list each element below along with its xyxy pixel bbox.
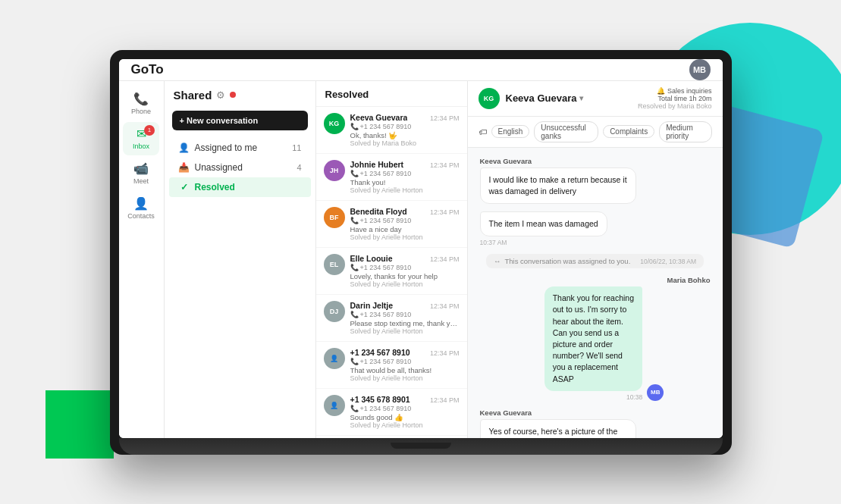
conv-body: Benedita Floyd 12:34 PM 📞 +1 234 567 891… <box>350 207 460 241</box>
conv-preview: Please stop texting me, thank you! <box>350 319 460 327</box>
conv-preview: Sounds good 👍 <box>350 413 460 421</box>
tag-unsuccessful[interactable]: Unsuccessful ganks <box>534 121 598 142</box>
conv-phone: 📞 +1 234 567 8910 <box>350 170 460 177</box>
conv-phone: 📞 +1 234 567 8910 <box>350 264 460 271</box>
message-row: The item I mean was damaged 10:37 AM <box>480 211 607 246</box>
bg-shape-green <box>46 390 114 459</box>
contacts-icon: 👤 <box>133 196 149 211</box>
chat-header: KG Keeva Guevara ▾ 🔔 Sales inquiries <box>468 81 723 117</box>
nav-menu: 👤 Assigned to me 11 📥 Unassigned 4 ✓ <box>165 135 315 200</box>
list-item[interactable]: EL Elle Loouie 12:34 PM 📞 +1 234 567 891… <box>316 248 467 295</box>
conv-preview: Thank you! <box>350 178 460 186</box>
message-row: Keeva Guevara I would like to make a ret… <box>480 157 637 204</box>
conv-time: 12:34 PM <box>430 208 460 216</box>
avatar: DJ <box>324 301 345 322</box>
laptop-notch <box>391 443 451 449</box>
chat-header-left: KG Keeva Guevara ▾ <box>479 88 584 109</box>
list-item[interactable]: 👤 +1 234 567 8910 12:34 PM 📞 +1 234 567 … <box>316 342 467 389</box>
tag-complaints[interactable]: Complaints <box>603 125 654 138</box>
chat-header-right: 🔔 Sales inquiries Total time 1h 20m Reso… <box>638 87 712 110</box>
tag-icon: 🏷 <box>479 127 487 136</box>
phone-icon: 📞 <box>133 92 149 106</box>
list-item[interactable]: 👤 +1 345 678 8901 12:34 PM 📞 +1 234 567 … <box>316 389 467 436</box>
sidebar-item-inbox-label: Inbox <box>133 142 149 150</box>
sidebar-item-phone[interactable]: 📞 Phone <box>123 87 159 121</box>
settings-icon[interactable]: ⚙ <box>216 89 225 101</box>
tag-english[interactable]: English <box>491 125 530 138</box>
conv-time: 12:34 PM <box>430 161 460 169</box>
agent-name: Maria Bohko <box>544 276 711 284</box>
sidebar-item-meet[interactable]: 📹 Meet <box>123 157 159 190</box>
conv-time: 12:34 PM <box>430 302 460 310</box>
nav-menu-item-assigned[interactable]: 👤 Assigned to me 11 <box>169 138 311 158</box>
conv-name: Elle Loouie <box>350 254 393 263</box>
online-dot <box>230 92 236 98</box>
list-item[interactable]: DJ Darin Jeltje 12:34 PM 📞 +1 234 567 89… <box>316 295 467 342</box>
app-header: GoTo MB <box>119 59 723 81</box>
phone-icon-sm: 📞 <box>350 405 359 412</box>
avatar: BF <box>324 207 345 228</box>
conv-time: 12:34 PM <box>430 349 460 357</box>
avatar: 👤 <box>324 395 345 416</box>
tag-priority[interactable]: Medium priority <box>659 121 711 142</box>
message-sender: Keeva Guevara <box>480 157 637 165</box>
list-item[interactable]: JH Johnie Hubert 12:34 PM 📞 +1 234 567 8… <box>316 154 467 201</box>
system-msg-date: 10/06/22, 10:38 AM <box>640 258 696 265</box>
conv-body: +1 234 567 8910 12:34 PM 📞 +1 234 567 89… <box>350 348 460 382</box>
assigned-count: 11 <box>292 143 301 152</box>
sidebar-item-phone-label: Phone <box>131 108 151 115</box>
nav-menu-item-resolved[interactable]: ✓ Resolved <box>169 177 311 197</box>
conv-solved: Solved by Maria Boko <box>350 139 460 147</box>
sidebar-item-contacts-label: Contacts <box>127 212 155 220</box>
message-time: 10:38 <box>544 393 643 401</box>
conv-phone: 📞 +1 234 567 8910 <box>350 405 460 412</box>
conv-phone: 📞 +1 234 567 8910 <box>350 311 460 318</box>
phone-icon-sm: 📞 <box>350 311 359 318</box>
nav-menu-item-unassigned[interactable]: 📥 Unassigned 4 <box>169 158 311 177</box>
avatar: 👤 <box>324 348 345 369</box>
conv-name: Benedita Floyd <box>350 207 407 216</box>
chat-panel: KG Keeva Guevara ▾ 🔔 Sales inquiries <box>468 81 723 438</box>
message-bubble: Yes of course, here's a picture of the i… <box>480 419 637 438</box>
message-row: Keeva Guevara Yes of course, here's a pi… <box>480 409 637 438</box>
conv-phone: 📞 +1 234 567 8910 <box>350 217 460 224</box>
app-container: 📞 Phone 1 ✉ Inbox 📹 Meet 👤 Contacts <box>119 81 723 438</box>
list-item[interactable]: KG Keeva Guevara 12:34 PM 📞 +1 234 567 8… <box>316 107 467 154</box>
inbox-badge: 1 <box>144 125 155 136</box>
sidebar-item-contacts[interactable]: 👤 Contacts <box>123 192 159 225</box>
conv-phone: 📞 +1 234 567 8910 <box>350 358 460 365</box>
unassigned-count: 4 <box>297 163 301 172</box>
unassigned-icon: 📥 <box>178 162 190 173</box>
conv-solved: Solved by Arielle Horton <box>350 374 460 382</box>
content-area: Shared ⚙ + New conversation 👤 Assigned t… <box>165 81 723 438</box>
new-conversation-button[interactable]: + New conversation <box>172 111 308 130</box>
conv-time: 12:34 PM <box>430 114 460 122</box>
conv-body: Johnie Hubert 12:34 PM 📞 +1 234 567 8910… <box>350 160 460 194</box>
message-time: 10:37 AM <box>480 239 607 246</box>
message-bubble: I would like to make a return because it… <box>480 167 637 204</box>
conv-body: +1 345 678 8901 12:34 PM 📞 +1 234 567 89… <box>350 395 460 429</box>
avatar: EL <box>324 254 345 275</box>
system-message: ↔ This conversation was assigned to you.… <box>486 254 704 268</box>
message-agent-row: Thank you for reaching out to us. I'm so… <box>544 286 664 401</box>
agent-avatar: MB <box>647 384 664 401</box>
queue-icon: 🔔 <box>657 87 665 95</box>
list-item[interactable]: BF Benedita Floyd 12:34 PM 📞 +1 234 567 … <box>316 201 467 248</box>
sidebar-item-inbox[interactable]: 1 ✉ Inbox <box>123 122 159 155</box>
avatar: KG <box>324 113 345 134</box>
list-item[interactable]: TG Talita Gaertje 12:34 PM <box>316 436 467 438</box>
conv-phone: 📞 +1 234 567 8910 <box>350 123 460 130</box>
logo-goto-text: GoTo <box>131 62 164 77</box>
chat-meta-queue: 🔔 Sales inquiries <box>638 87 712 95</box>
chat-messages[interactable]: Keeva Guevara I would like to make a ret… <box>468 148 723 438</box>
header-avatar[interactable]: MB <box>689 59 711 80</box>
conv-name: Johnie Hubert <box>350 160 404 169</box>
laptop-base <box>119 438 723 455</box>
panel-header: Shared ⚙ <box>165 81 315 106</box>
conv-time: 12:34 PM <box>430 396 460 404</box>
conv-body: Keeva Guevara 12:34 PM 📞 +1 234 567 8910… <box>350 113 460 147</box>
panel-title: Shared <box>174 89 212 102</box>
conv-preview: Lovely, thanks for your help <box>350 272 460 280</box>
conv-preview: Ok, thanks! 🤟 <box>350 131 460 139</box>
conv-body: Darin Jeltje 12:34 PM 📞 +1 234 567 8910 … <box>350 301 460 335</box>
